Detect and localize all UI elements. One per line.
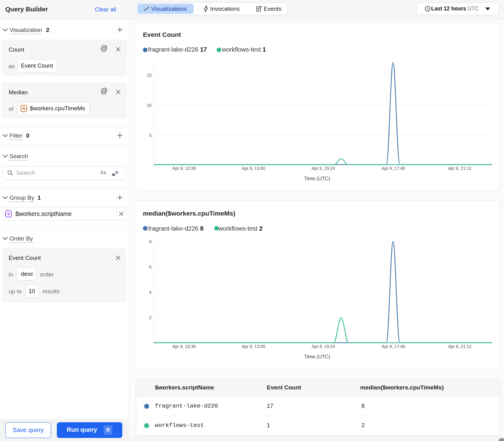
svg-text:Time (UTC): Time (UTC) xyxy=(304,354,330,359)
svg-text:10: 10 xyxy=(147,103,152,108)
svg-text:Apr 8, 13:00: Apr 8, 13:00 xyxy=(242,166,265,171)
svg-text:Apr 8, 21:12: Apr 8, 21:12 xyxy=(448,166,471,171)
svg-text:Apr 8, 13:00: Apr 8, 13:00 xyxy=(242,344,265,349)
svg-text:Apr 8, 17:48: Apr 8, 17:48 xyxy=(382,344,405,349)
svg-text:Apr 8, 10:36: Apr 8, 10:36 xyxy=(172,344,196,349)
svg-text:4: 4 xyxy=(149,290,152,295)
svg-text:Apr 8, 15:24: Apr 8, 15:24 xyxy=(312,166,335,171)
svg-text:Apr 8, 17:48: Apr 8, 17:48 xyxy=(382,166,405,171)
svg-text:Apr 8, 15:24: Apr 8, 15:24 xyxy=(312,344,335,349)
svg-text:2: 2 xyxy=(149,315,152,320)
svg-text:Apr 8, 10:36: Apr 8, 10:36 xyxy=(172,166,196,171)
svg-text:5: 5 xyxy=(149,133,152,138)
svg-text:6: 6 xyxy=(149,264,152,269)
svg-text:Time (UTC): Time (UTC) xyxy=(304,176,330,181)
svg-text:15: 15 xyxy=(147,73,152,78)
svg-text:Apr 8, 21:12: Apr 8, 21:12 xyxy=(448,344,471,349)
svg-text:8: 8 xyxy=(149,239,152,244)
